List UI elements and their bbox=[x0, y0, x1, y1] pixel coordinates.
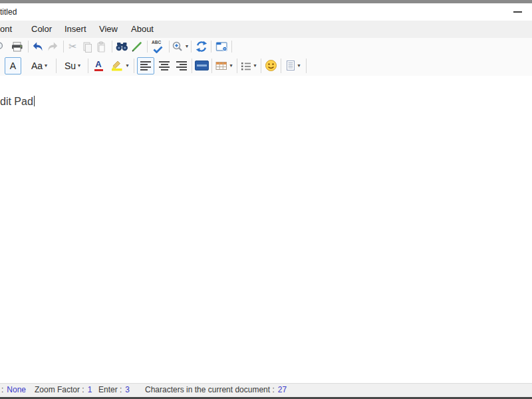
panel-icon bbox=[195, 61, 209, 70]
case-label: Aa bbox=[31, 61, 43, 71]
smiley-icon bbox=[265, 59, 277, 72]
align-center-button[interactable] bbox=[156, 57, 172, 74]
status-char-count: Characters in the current document :27 bbox=[145, 384, 287, 396]
toolbar-separator bbox=[191, 41, 192, 53]
align-left-icon bbox=[140, 61, 151, 70]
toolbar-separator bbox=[134, 59, 134, 73]
list-icon bbox=[241, 61, 251, 70]
panel-button[interactable] bbox=[194, 57, 209, 74]
status-selection: :None bbox=[1, 384, 26, 396]
page-icon bbox=[286, 60, 295, 71]
align-left-button[interactable] bbox=[137, 57, 154, 74]
print-preview-button[interactable] bbox=[0, 39, 5, 55]
pen-icon bbox=[131, 41, 143, 53]
spell-check-button[interactable]: ABC bbox=[150, 39, 165, 55]
text-caret bbox=[34, 96, 35, 106]
toolbar-separator bbox=[281, 59, 281, 73]
cut-icon: ✂ bbox=[68, 41, 77, 53]
copy-button[interactable] bbox=[80, 39, 93, 55]
status-zoom-value: 1 bbox=[88, 385, 92, 394]
highlighter-icon bbox=[110, 60, 124, 71]
undo-button[interactable] bbox=[31, 39, 45, 55]
redo-button[interactable] bbox=[46, 39, 59, 55]
status-selection-value: None bbox=[7, 385, 26, 394]
su-button[interactable]: Su ▾ bbox=[61, 57, 84, 74]
page-style-button[interactable]: ▾ bbox=[283, 57, 304, 74]
find-button[interactable] bbox=[115, 39, 129, 55]
status-enter-value: 3 bbox=[125, 385, 130, 394]
align-right-icon bbox=[176, 61, 187, 70]
titlebar[interactable]: titled bbox=[0, 3, 532, 21]
toolbar-separator bbox=[28, 41, 29, 53]
chevron-down-icon: ▾ bbox=[297, 63, 300, 68]
spell-check-icon: ABC bbox=[150, 40, 165, 53]
menu-about[interactable]: About bbox=[125, 21, 160, 38]
chevron-down-icon: ▾ bbox=[78, 63, 80, 68]
font-color-icon: A bbox=[94, 60, 103, 71]
chevron-down-icon: ▾ bbox=[45, 63, 47, 68]
paste-icon bbox=[96, 41, 106, 53]
toolbar-separator bbox=[112, 41, 112, 53]
menu-font[interactable]: ont bbox=[0, 21, 18, 38]
toolbar-separator bbox=[192, 59, 192, 73]
toolbar-separator bbox=[237, 59, 237, 73]
chevron-down-icon: ▾ bbox=[126, 63, 128, 68]
statusbar: :None Zoom Factor :1 Enter :3 Characters… bbox=[0, 383, 532, 397]
status-zoom-factor: Zoom Factor :1 bbox=[35, 384, 92, 396]
new-window-button[interactable] bbox=[215, 39, 228, 55]
highlight-button[interactable]: ▾ bbox=[108, 57, 131, 74]
app-window: titled ont Color Insert View About bbox=[0, 0, 532, 399]
edit-pen-button[interactable] bbox=[131, 39, 143, 55]
print-button[interactable] bbox=[11, 39, 24, 55]
menu-insert[interactable]: Insert bbox=[59, 21, 92, 38]
new-window-icon bbox=[215, 41, 228, 52]
align-center-icon bbox=[159, 61, 170, 70]
table-button[interactable]: ▾ bbox=[213, 57, 235, 74]
check-icon bbox=[153, 46, 163, 53]
toolbar-separator bbox=[88, 59, 88, 73]
chevron-down-icon: ▾ bbox=[229, 63, 232, 68]
redo-icon bbox=[46, 41, 59, 52]
smiley-button[interactable] bbox=[263, 57, 279, 74]
list-button[interactable]: ▾ bbox=[239, 57, 259, 74]
table-icon bbox=[215, 61, 227, 70]
toolbar-separator bbox=[211, 41, 211, 53]
chevron-down-icon: ▾ bbox=[253, 63, 256, 68]
menubar: ont Color Insert View About bbox=[0, 21, 532, 38]
su-label: Su bbox=[65, 61, 76, 71]
toolbar-separator bbox=[169, 41, 170, 53]
paste-button[interactable] bbox=[94, 39, 107, 55]
menu-view[interactable]: View bbox=[93, 21, 124, 38]
chevron-down-icon: ▾ bbox=[186, 44, 188, 49]
status-enter-count: Enter :3 bbox=[98, 384, 130, 396]
font-label: A bbox=[10, 61, 16, 71]
copy-icon bbox=[82, 41, 92, 53]
document-text-line: dit Pad bbox=[0, 96, 35, 108]
cut-button[interactable]: ✂ bbox=[66, 39, 79, 55]
document-text: dit Pad bbox=[0, 96, 33, 107]
toolbar-separator bbox=[306, 59, 307, 73]
toolbar-separator bbox=[211, 59, 212, 73]
toolbar-separator bbox=[63, 41, 64, 53]
font-button[interactable]: A bbox=[5, 57, 21, 74]
refresh-icon bbox=[196, 41, 207, 53]
print-preview-icon bbox=[0, 41, 5, 53]
toolbar-separator bbox=[231, 41, 232, 53]
menu-color[interactable]: Color bbox=[25, 21, 58, 38]
toolbar-separator bbox=[147, 41, 148, 53]
minimize-button[interactable] bbox=[507, 3, 528, 21]
window-title: titled bbox=[0, 7, 17, 17]
undo-icon bbox=[31, 41, 45, 52]
editor-area[interactable]: dit Pad bbox=[0, 76, 532, 384]
align-right-button[interactable] bbox=[174, 57, 190, 74]
minimize-icon bbox=[513, 11, 522, 13]
toolbar-separator bbox=[56, 59, 57, 73]
refresh-button[interactable] bbox=[195, 39, 207, 55]
case-button[interactable]: Aa ▾ bbox=[27, 57, 52, 74]
toolbar-separator bbox=[261, 59, 261, 73]
toolbar-format: A Aa ▾ Su ▾ A ▾ bbox=[0, 55, 532, 76]
font-color-button[interactable]: A bbox=[91, 57, 106, 74]
find-icon bbox=[115, 42, 129, 51]
zoom-icon bbox=[172, 41, 184, 53]
zoom-button[interactable]: ▾ bbox=[172, 39, 188, 55]
